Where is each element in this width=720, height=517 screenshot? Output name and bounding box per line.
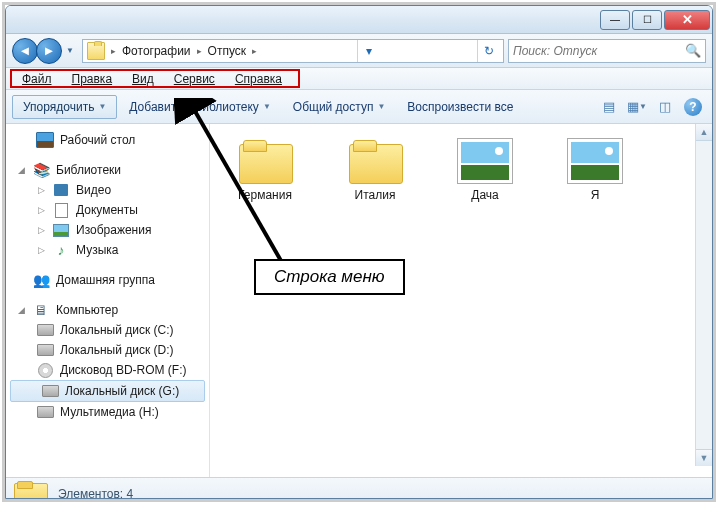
tree-video[interactable]: ▷Видео: [6, 180, 209, 200]
music-icon: ♪: [52, 242, 70, 258]
computer-icon: 🖥: [32, 302, 50, 318]
dvd-icon: [36, 362, 54, 378]
photo-icon: [457, 138, 513, 184]
add-to-library-button[interactable]: Добавить в библиотеку ▼: [119, 96, 280, 118]
refresh-button[interactable]: ↻: [477, 40, 499, 62]
collapse-icon[interactable]: ◢: [16, 165, 26, 175]
search-input[interactable]: [513, 44, 681, 58]
slideshow-icon[interactable]: ▤: [596, 96, 622, 118]
titlebar: — ☐ ✕: [6, 6, 712, 34]
expand-icon[interactable]: ▷: [36, 205, 46, 215]
annotation-label: Строка меню: [254, 259, 405, 295]
navigation-pane[interactable]: Рабочий стол ◢📚Библиотеки ▷Видео ▷Докуме…: [6, 124, 210, 477]
tree-images[interactable]: ▷Изображения: [6, 220, 209, 240]
forward-button[interactable]: ►: [36, 38, 62, 64]
tree-homegroup[interactable]: 👥Домашняя группа: [6, 270, 209, 290]
disk-icon: [41, 383, 59, 399]
address-bar[interactable]: ▸ Фотографии ▸ Отпуск ▸ ▾ ↻: [82, 39, 504, 63]
scroll-down-icon[interactable]: ▼: [696, 449, 712, 466]
disk-icon: [36, 322, 54, 338]
chevron-right-icon: ▸: [195, 46, 204, 56]
photo-icon: [567, 138, 623, 184]
back-button[interactable]: ◄: [12, 38, 38, 64]
desktop-icon: [36, 132, 54, 148]
breadcrumb-segment[interactable]: Фотографии: [122, 44, 191, 58]
expand-icon[interactable]: ▷: [36, 225, 46, 235]
vertical-scrollbar[interactable]: ▲ ▼: [695, 124, 712, 466]
menu-bar: Файл Правка Вид Сервис Справка: [6, 68, 712, 90]
disk-icon: [36, 404, 54, 420]
folder-icon: [14, 481, 48, 500]
addressbar-dropdown[interactable]: ▾: [357, 40, 379, 62]
expand-icon[interactable]: ▷: [36, 245, 46, 255]
search-box[interactable]: 🔍: [508, 39, 706, 63]
search-icon: 🔍: [685, 43, 701, 58]
explorer-window: — ☐ ✕ ◄ ► ▼ ▸ Фотографии ▸ Отпуск ▸ ▾ ↻ …: [5, 5, 713, 499]
collapse-icon[interactable]: ◢: [16, 305, 26, 315]
close-button[interactable]: ✕: [664, 10, 710, 30]
video-icon: [52, 182, 70, 198]
expand-icon[interactable]: ▷: [36, 185, 46, 195]
item-photo[interactable]: Дача: [440, 138, 530, 202]
status-bar: Элементов: 4: [6, 477, 712, 499]
menu-tools[interactable]: Сервис: [164, 70, 225, 88]
play-all-button[interactable]: Воспроизвести все: [397, 96, 523, 118]
menu-view[interactable]: Вид: [122, 70, 164, 88]
menu-file[interactable]: Файл: [12, 70, 62, 88]
chevron-down-icon: ▼: [98, 102, 106, 111]
item-folder[interactable]: Италия: [330, 138, 420, 202]
disk-icon: [36, 342, 54, 358]
item-photo[interactable]: Я: [550, 138, 640, 202]
command-bar: Упорядочить ▼ Добавить в библиотеку ▼ Об…: [6, 90, 712, 124]
nav-history-dropdown[interactable]: ▼: [66, 46, 78, 55]
content-pane[interactable]: Германия Италия Дача Я: [210, 124, 712, 477]
help-icon: ?: [684, 98, 702, 116]
homegroup-icon: 👥: [32, 272, 50, 288]
chevron-down-icon: ▼: [263, 102, 271, 111]
share-button[interactable]: Общий доступ ▼: [283, 96, 396, 118]
breadcrumb-segment[interactable]: Отпуск: [208, 44, 246, 58]
tree-libraries[interactable]: ◢📚Библиотеки: [6, 160, 209, 180]
tree-documents[interactable]: ▷Документы: [6, 200, 209, 220]
tree-multimedia-h[interactable]: Мультимедиа (H:): [6, 402, 209, 422]
image-icon: [52, 222, 70, 238]
item-folder[interactable]: Германия: [220, 138, 310, 202]
maximize-button[interactable]: ☐: [632, 10, 662, 30]
tree-dvd-f[interactable]: Дисковод BD-ROM (F:): [6, 360, 209, 380]
tree-disk-d[interactable]: Локальный диск (D:): [6, 340, 209, 360]
folder-icon: [347, 138, 403, 184]
chevron-right-icon: ▸: [250, 46, 259, 56]
tree-music[interactable]: ▷♪Музыка: [6, 240, 209, 260]
status-count: Элементов: 4: [58, 487, 133, 500]
tree-desktop[interactable]: Рабочий стол: [6, 130, 209, 150]
help-button[interactable]: ?: [680, 96, 706, 118]
view-options-icon[interactable]: ▦ ▼: [624, 96, 650, 118]
tree-disk-g[interactable]: Локальный диск (G:): [10, 380, 205, 402]
minimize-button[interactable]: —: [600, 10, 630, 30]
folder-icon: [87, 42, 105, 60]
menu-help[interactable]: Справка: [225, 70, 292, 88]
tree-disk-c[interactable]: Локальный диск (C:): [6, 320, 209, 340]
menu-edit[interactable]: Правка: [62, 70, 123, 88]
libraries-icon: 📚: [32, 162, 50, 178]
navbar: ◄ ► ▼ ▸ Фотографии ▸ Отпуск ▸ ▾ ↻ 🔍: [6, 34, 712, 68]
document-icon: [52, 202, 70, 218]
folder-icon: [237, 138, 293, 184]
preview-pane-icon[interactable]: ◫: [652, 96, 678, 118]
scroll-up-icon[interactable]: ▲: [696, 124, 712, 141]
body: Рабочий стол ◢📚Библиотеки ▷Видео ▷Докуме…: [6, 124, 712, 477]
tree-computer[interactable]: ◢🖥Компьютер: [6, 300, 209, 320]
chevron-right-icon: ▸: [109, 46, 118, 56]
organize-button[interactable]: Упорядочить ▼: [12, 95, 117, 119]
chevron-down-icon: ▼: [377, 102, 385, 111]
